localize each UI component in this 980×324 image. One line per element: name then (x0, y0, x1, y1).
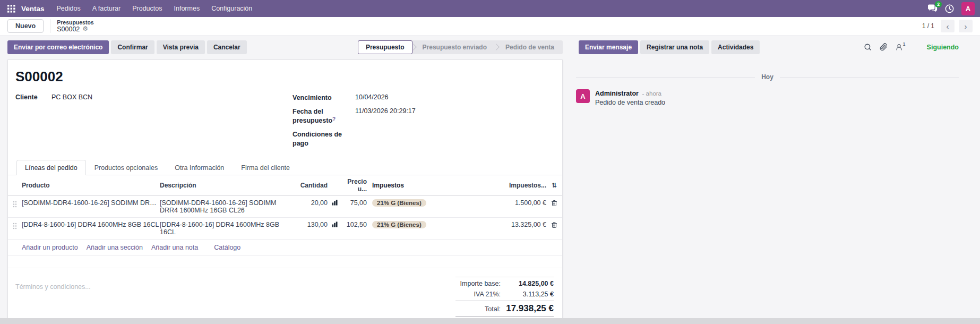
user-avatar[interactable]: A (961, 2, 975, 15)
cell-quantity[interactable]: 130,00 (293, 221, 328, 228)
header-subtotal[interactable]: Impuestos... (466, 182, 546, 189)
menu-configuracion[interactable]: Configuración (205, 0, 258, 17)
order-title[interactable]: S00002 (15, 69, 554, 85)
add-note-link[interactable]: Añadir una nota (151, 244, 198, 251)
cell-product[interactable]: [SODIMM-DDR4-1600-16-26] SODIMM DRR4 160… (22, 199, 160, 207)
action-bar: Enviar por correo electrónico Confirmar … (0, 36, 980, 58)
status-step-presupuesto-enviado[interactable]: Presupuesto enviado (414, 44, 495, 51)
tax-amount-label: IVA 21%: (474, 291, 501, 298)
empty-table-space (8, 256, 562, 268)
catalog-link[interactable]: Catálogo (214, 244, 240, 251)
order-line-row[interactable]: [SODIMM-DDR4-1600-16-26] SODIMM DRR4 160… (8, 196, 562, 218)
message-author[interactable]: Administrator (595, 90, 639, 97)
attachments-icon[interactable] (880, 43, 888, 51)
tab-otra-informacion[interactable]: Otra Información (166, 160, 233, 175)
cell-subtotal: 13.325,00 € (466, 221, 546, 228)
messages-icon[interactable]: 2 (927, 4, 938, 13)
cell-subtotal: 1.500,00 € (466, 199, 546, 207)
untaxed-amount-value: 14.825,00 € (501, 280, 554, 287)
tab-productos-opcionales[interactable]: Productos opcionales (86, 160, 167, 175)
cell-quantity[interactable]: 20,00 (293, 199, 328, 207)
statusbar: Presupuesto Presupuesto enviado Pedido d… (358, 40, 563, 54)
header-producto[interactable]: Producto (22, 182, 160, 189)
main-content: S00002 Cliente PC BOX BCN Vencimiento 10… (0, 58, 980, 318)
order-lines-table: Producto Descripción Cantidad Precio u..… (8, 175, 562, 268)
quotation-date-field[interactable]: 11/03/2026 20:29:17 (355, 107, 416, 125)
forecast-icon[interactable] (328, 199, 341, 206)
bottom-scrollbar[interactable] (0, 318, 980, 324)
cell-unit-price[interactable]: 102,50 (341, 221, 367, 228)
header-cantidad[interactable]: Cantidad (293, 182, 328, 189)
breadcrumb-parent[interactable]: Presupuestos (57, 19, 93, 25)
order-line-row[interactable]: [DDR4-8-1600-16] DDR4 1600MHz 8GB 16CL [… (8, 218, 562, 240)
new-button[interactable]: Nuevo (7, 19, 44, 33)
gear-icon[interactable]: ⚙ (82, 25, 88, 33)
day-divider: Hoy (576, 73, 959, 81)
log-note-button[interactable]: Registrar una nota (640, 40, 709, 54)
tab-firma-del-cliente[interactable]: Firma del cliente (233, 160, 298, 175)
day-divider-label: Hoy (761, 73, 773, 81)
search-messages-icon[interactable] (864, 43, 872, 51)
activities-button[interactable]: Actividades (711, 40, 760, 54)
chatter-panel: Hoy A Administrator - ahora Pedido de ve… (563, 59, 980, 106)
cell-unit-price[interactable]: 75,00 (341, 199, 367, 207)
confirm-button[interactable]: Confirmar (111, 40, 154, 54)
tax-tag[interactable]: 21% G (Bienes) (372, 199, 426, 207)
cell-description[interactable]: [DDR4-8-1600-16] DDR4 1600MHz 8GB 16CL (160, 221, 293, 236)
table-header-row: Producto Descripción Cantidad Precio u..… (8, 175, 562, 196)
add-section-link[interactable]: Añadir una sección (87, 244, 143, 251)
message-timestamp: - ahora (642, 90, 661, 97)
drag-handle-icon[interactable] (8, 221, 22, 229)
app-name[interactable]: Ventas (18, 5, 51, 13)
tax-tag[interactable]: 21% G (Bienes) (372, 221, 426, 228)
pager-previous-button[interactable]: ‹ (941, 20, 955, 32)
following-toggle[interactable]: Siguiendo (927, 44, 959, 51)
add-product-link[interactable]: Añadir un producto (22, 244, 78, 251)
preview-button[interactable]: Vista previa (157, 40, 205, 54)
cancel-button[interactable]: Cancelar (207, 40, 247, 54)
followers-icon[interactable]: 1 (896, 44, 905, 51)
avatar: A (576, 89, 590, 103)
menu-a-facturar[interactable]: A facturar (87, 0, 127, 17)
pager-next-button[interactable]: › (959, 20, 973, 32)
header-precio[interactable]: Precio u... (341, 178, 367, 193)
totals-block: Importe base: 14.825,00 € IVA 21%: 3.113… (455, 277, 554, 317)
table-footer-links: Añadir un producto Añadir una sección Añ… (8, 240, 562, 256)
menu-productos[interactable]: Productos (126, 0, 168, 17)
drag-handle-icon[interactable] (8, 199, 22, 208)
untaxed-amount-label: Importe base: (460, 280, 501, 287)
total-value: 17.938,25 € (501, 303, 554, 314)
optional-columns-icon[interactable]: ⇅ (546, 182, 562, 189)
header-impuestos[interactable]: Impuestos (367, 182, 466, 189)
delete-line-icon[interactable] (546, 199, 562, 207)
top-navbar: Ventas Pedidos A facturar Productos Info… (0, 0, 980, 17)
status-step-presupuesto[interactable]: Presupuesto (358, 40, 412, 54)
terms-placeholder[interactable]: Términos y condiciones... (15, 276, 455, 317)
tab-lineas-del-pedido[interactable]: Líneas del pedido (16, 160, 86, 175)
header-descripcion[interactable]: Descripción (160, 182, 293, 189)
chatter-message: A Administrator - ahora Pedido de venta … (576, 89, 959, 106)
breadcrumb-current: S00002 (57, 25, 80, 33)
menu-pedidos[interactable]: Pedidos (51, 0, 87, 17)
menu-informes[interactable]: Informes (168, 0, 206, 17)
send-email-button[interactable]: Enviar por correo electrónico (7, 40, 109, 54)
customer-field[interactable]: PC BOX BCN (51, 93, 92, 101)
send-message-button[interactable]: Enviar mensaje (579, 40, 638, 54)
forecast-icon[interactable] (328, 221, 341, 227)
pager: 1 / 1 ‹ › (922, 20, 973, 32)
apps-grid-icon[interactable] (4, 2, 18, 15)
control-panel: Nuevo Presupuestos S00002 ⚙ 1 / 1 ‹ › (0, 17, 980, 36)
help-icon[interactable]: ? (332, 116, 336, 122)
cell-description[interactable]: [SODIMM-DDR4-1600-16-26] SODIMM DRR4 160… (160, 199, 293, 214)
expiration-field[interactable]: 10/04/2026 (355, 93, 389, 103)
message-body: Pedido de venta creado (595, 99, 665, 106)
form-sheet: S00002 Cliente PC BOX BCN Vencimiento 10… (7, 59, 563, 318)
activity-clock-icon[interactable] (945, 4, 954, 13)
delete-line-icon[interactable] (546, 221, 562, 228)
cell-product[interactable]: [DDR4-8-1600-16] DDR4 1600MHz 8GB 16CL (22, 221, 160, 228)
pager-count: 1 / 1 (922, 22, 934, 30)
notebook-tabs: Líneas del pedido Productos opcionales O… (8, 160, 562, 175)
customer-label: Cliente (15, 93, 46, 101)
payment-terms-label: Condiciones de pago (293, 130, 355, 148)
status-step-pedido-de-venta[interactable]: Pedido de venta (497, 44, 563, 51)
